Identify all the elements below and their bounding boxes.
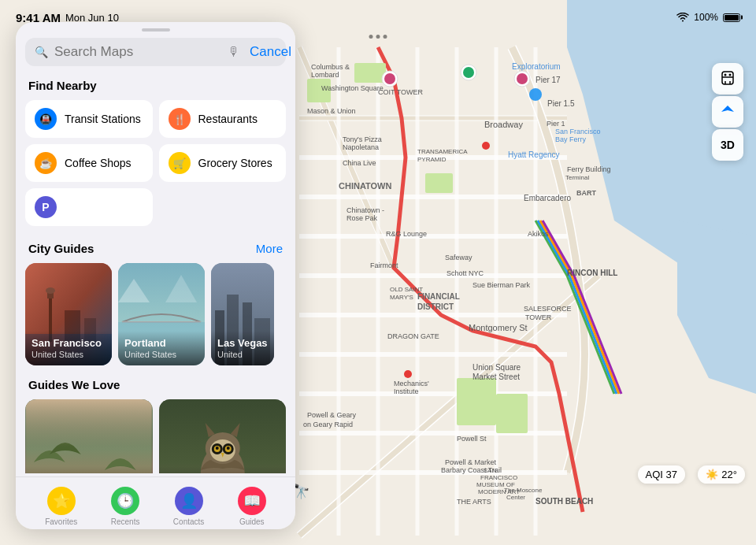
search-input[interactable] [54, 44, 221, 60]
svg-text:CHINATOWN: CHINATOWN [339, 181, 391, 191]
nearby-item-transit[interactable]: 🚇 Transit Stations [25, 100, 153, 138]
nearby-item-restaurants[interactable]: 🍴 Restaurants [159, 100, 287, 138]
city-guides-title: City Guides [28, 242, 94, 255]
city-card-portland[interactable]: Portland United States [118, 263, 205, 365]
svg-point-82 [529, 88, 542, 101]
svg-point-135 [724, 74, 727, 76]
svg-point-77 [384, 73, 395, 84]
svg-text:Tony's Pizza: Tony's Pizza [343, 135, 382, 143]
svg-text:PYRAMID: PYRAMID [417, 156, 447, 163]
svg-point-84 [404, 370, 412, 378]
restaurants-icon: 🍴 [169, 108, 191, 130]
svg-text:San Francisco: San Francisco [555, 128, 601, 135]
svg-text:Institute: Institute [394, 387, 419, 395]
favorites-button[interactable]: ⭐ Favorites [45, 487, 77, 526]
svg-text:Embarcadero: Embarcadero [524, 194, 571, 202]
svg-text:SALESFORCE: SALESFORCE [524, 305, 572, 313]
dot-1 [369, 35, 373, 39]
svg-text:Terminal: Terminal [565, 174, 589, 181]
portland-card-overlay: Portland United States [118, 331, 205, 365]
time-display: 9:41 AM [16, 11, 61, 24]
svg-text:Powell & Geary: Powell & Geary [307, 411, 357, 419]
svg-text:Ferry Building: Ferry Building [567, 165, 611, 173]
love-card-parks[interactable]: Parks that Honor Native American History [25, 399, 153, 473]
svg-text:Napoletana: Napoletana [343, 143, 379, 151]
svg-text:on Geary Rapid: on Geary Rapid [303, 421, 353, 428]
city-guides-scroll[interactable]: San Francisco United States [16, 263, 295, 365]
guides-button[interactable]: 📖 Guides [238, 487, 266, 526]
guides-icon: 📖 [238, 487, 266, 515]
recents-button[interactable]: 🕒 Recents [111, 487, 140, 526]
svg-rect-24 [425, 173, 453, 193]
contacts-button[interactable]: 👤 Contacts [173, 487, 204, 526]
cancel-button[interactable]: Cancel [246, 44, 295, 60]
nearby-grid: 🚇 Transit Stations 🍴 Restaurants ☕ Coffe… [16, 100, 295, 229]
weather-badge: ☀️ 22° [698, 465, 745, 484]
transit-icon: 🚇 [35, 108, 57, 130]
svg-text:Market Street: Market Street [472, 373, 520, 381]
svg-point-124 [215, 447, 218, 450]
panel-bottom-icons: ⭐ Favorites 🕒 Recents 👤 Contacts 📖 Guide… [16, 476, 295, 529]
wifi-icon [676, 13, 689, 22]
svg-text:SOUTH BEACH: SOUTH BEACH [536, 497, 593, 506]
svg-rect-25 [457, 378, 496, 425]
svg-rect-26 [496, 394, 528, 433]
nearby-item-parking[interactable]: P [25, 188, 153, 226]
svg-rect-113 [26, 399, 152, 447]
location-button[interactable] [712, 96, 743, 128]
sf-card-name: San Francisco [32, 337, 106, 350]
coffee-icon: ☕ [35, 152, 57, 174]
aqi-badge: AQI 37 [638, 465, 685, 484]
svg-text:Safeway: Safeway [445, 254, 472, 261]
svg-text:Sue Bierman Park: Sue Bierman Park [472, 281, 531, 289]
dots-menu[interactable] [369, 35, 387, 39]
find-nearby-title: Find Nearby [16, 76, 295, 100]
search-bar[interactable]: 🔍 🎙 Cancel [25, 38, 286, 66]
map-controls: 3D [712, 63, 743, 161]
city-card-lasvegas[interactable]: Las Vegas United [211, 263, 274, 365]
svg-text:Columbus &: Columbus & [311, 63, 350, 71]
battery-percent: 100% [694, 12, 718, 23]
city-guides-header: City Guides More [16, 229, 295, 263]
more-button[interactable]: More [256, 242, 283, 255]
transit-view-button[interactable] [712, 63, 743, 95]
svg-text:Montgomery St: Montgomery St [469, 323, 528, 332]
svg-text:Center: Center [506, 494, 525, 501]
svg-text:FINANCIAL: FINANCIAL [417, 292, 460, 301]
battery-icon [723, 13, 740, 22]
aqi-value: AQI 37 [646, 469, 677, 480]
svg-text:Schott NYC: Schott NYC [447, 269, 484, 277]
birds-card-overlay: National Parks Perfect for Birdwatching [159, 466, 287, 473]
svg-text:Chinatown -: Chinatown - [346, 206, 384, 214]
svg-text:Rose Pak: Rose Pak [346, 214, 378, 222]
microphone-icon[interactable]: 🎙 [228, 45, 240, 59]
city-card-sf[interactable]: San Francisco United States [25, 263, 112, 365]
svg-text:COIT TOWER: COIT TOWER [378, 88, 424, 96]
svg-text:Fairmont: Fairmont [370, 261, 398, 269]
svg-text:Lombard: Lombard [311, 71, 339, 79]
3d-view-button[interactable]: 3D [712, 129, 743, 161]
search-icon: 🔍 [35, 46, 48, 58]
guides-love-grid: Parks that Honor Native American History [16, 399, 295, 473]
grocery-label: Grocery Stores [198, 157, 272, 169]
date-display: Mon Jun 10 [65, 12, 119, 24]
panel-scroll-area[interactable]: Find Nearby 🚇 Transit Stations 🍴 Restaur… [16, 76, 295, 473]
parks-card-overlay: Parks that Honor Native American History [25, 466, 153, 473]
svg-text:Broadway: Broadway [484, 120, 523, 129]
parks-card-bg [25, 399, 153, 473]
love-card-birds[interactable]: National Parks Perfect for Birdwatching [159, 399, 287, 473]
svg-text:RINCON HILL: RINCON HILL [567, 269, 617, 277]
dot-2 [376, 35, 380, 39]
svg-text:Akikos: Akikos [528, 230, 549, 238]
lasvegas-card-overlay: Las Vegas United [211, 331, 274, 365]
svg-text:DISTRICT: DISTRICT [417, 302, 454, 311]
nearby-item-coffee[interactable]: ☕ Coffee Shops [25, 144, 153, 182]
svg-text:The Moscone: The Moscone [504, 487, 543, 494]
temperature: 22° [721, 469, 737, 480]
restaurants-label: Restaurants [198, 113, 258, 125]
svg-text:Bay Ferry: Bay Ferry [555, 135, 587, 143]
svg-rect-131 [722, 72, 733, 84]
status-icons: 100% [676, 12, 740, 23]
svg-text:Pier 1: Pier 1 [547, 120, 565, 128]
nearby-item-grocery[interactable]: 🛒 Grocery Stores [159, 144, 287, 182]
